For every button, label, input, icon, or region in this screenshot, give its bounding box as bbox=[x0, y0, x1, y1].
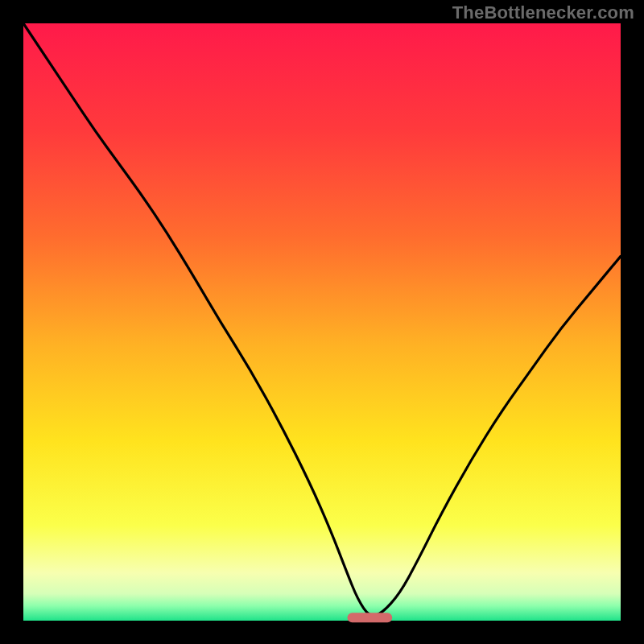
bottleneck-chart bbox=[0, 0, 644, 644]
chart-stage: TheBottlenecker.com bbox=[0, 0, 644, 644]
plot-background bbox=[23, 23, 621, 621]
watermark-text: TheBottlenecker.com bbox=[452, 2, 634, 23]
optimal-marker bbox=[348, 613, 393, 622]
